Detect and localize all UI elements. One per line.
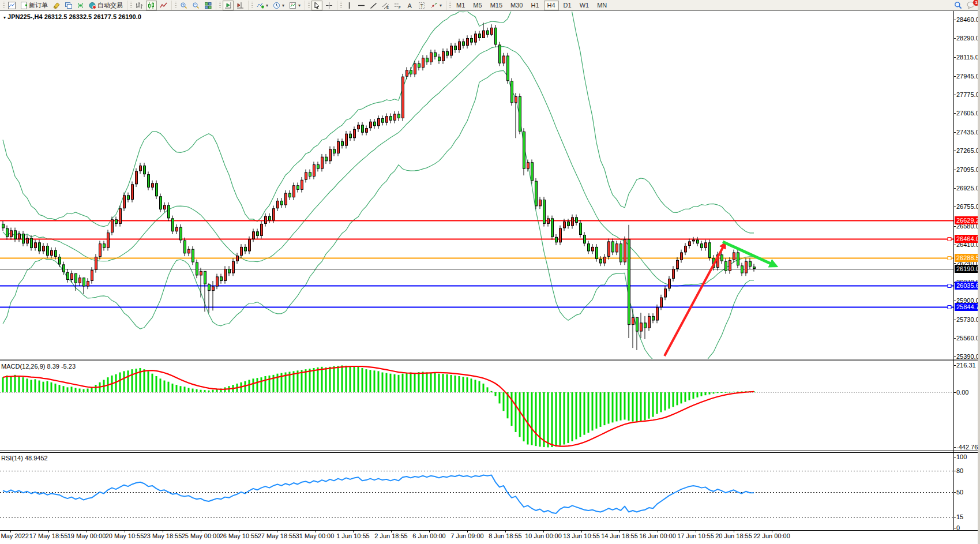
rsi-tick-80: 80 <box>956 467 963 474</box>
symbol-name: JPN225-,H4 <box>7 13 43 20</box>
macd-tick--442.76: -442.76 <box>956 444 978 451</box>
time-axis-label: 16 Jun 00:00 <box>639 532 676 539</box>
time-axis-label: 31 May 00:00 <box>296 532 335 539</box>
price-tick-28460.0: 28460.0 <box>956 16 979 23</box>
price-tick-27095.0: 27095.0 <box>956 166 979 173</box>
time-axis-label: 17 Jun 10:55 <box>677 532 714 539</box>
time-axis-label: 25 May 00:00 <box>182 532 220 539</box>
time-axis-label: 22 Jun 00:00 <box>753 532 790 539</box>
time-axis-label: 16 May 2022 <box>0 532 29 539</box>
rsi-tick-100: 100 <box>956 453 967 460</box>
time-axis-label: 20 May 10:55 <box>106 532 144 539</box>
rsi-tick-15: 15 <box>956 513 963 520</box>
trading-terminal-window: { "colors":{ "up_candle":"#e8332a","down… <box>0 0 980 544</box>
price-line-label-25844.7[interactable]: 25844.7 <box>955 303 980 311</box>
macd-histogram <box>2 365 755 447</box>
price-tick-26925.0: 26925.0 <box>956 185 979 192</box>
window-edge-strip <box>978 0 980 544</box>
time-axis-label: 20 Jun 18:55 <box>715 532 752 539</box>
candlesticks <box>2 22 756 350</box>
symbol-dropdown-icon[interactable]: ▾ <box>3 15 6 20</box>
macd-indicator-label: MACD(12,26,9) 8.39 -5.23 <box>1 363 76 370</box>
bollinger-bands <box>3 0 754 363</box>
rsi-line <box>3 475 754 513</box>
time-axis-label: 26 May 10:55 <box>220 532 258 539</box>
line-handle[interactable] <box>948 257 951 260</box>
price-tick-25390.0: 25390.0 <box>956 353 979 360</box>
macd-tick-216.31: 216.31 <box>956 362 976 369</box>
price-line-label-26629.2[interactable]: 26629.2 <box>955 216 980 224</box>
price-tick-27435.0: 27435.0 <box>956 129 979 136</box>
price-tick-25560.0: 25560.0 <box>956 335 979 342</box>
price-tick-28115.0: 28115.0 <box>956 54 979 61</box>
price-tick-27945.0: 27945.0 <box>956 73 979 80</box>
time-axis-label: 6 Jun 00:00 <box>412 532 446 539</box>
price-line-label-26464.0[interactable]: 26464.0 <box>955 235 980 243</box>
symbol-info-line[interactable]: ▾JPN225-,H4 26312.5 26332.5 26177.5 2619… <box>3 13 141 20</box>
rsi-tick-0: 0 <box>956 524 960 531</box>
line-handle[interactable] <box>948 284 951 288</box>
time-axis-label: 14 Jun 18:55 <box>601 532 638 539</box>
price-line-label-26190.0[interactable]: 26190.0 <box>955 265 980 273</box>
time-axis-label: 2 Jun 18:55 <box>374 532 408 539</box>
time-axis-label: 7 Jun 09:00 <box>450 532 484 539</box>
price-tick-26755.0: 26755.0 <box>956 203 979 210</box>
price-line-label-26288.5[interactable]: 26288.5 <box>955 254 980 262</box>
time-axis-label: 8 Jun 18:55 <box>489 532 522 539</box>
time-axis-label: 27 May 18:55 <box>258 532 296 539</box>
time-axis-label: 19 May 00:00 <box>67 532 106 539</box>
horizontal-level-lines[interactable] <box>0 221 953 309</box>
price-line-label-26035.6[interactable]: 26035.6 <box>955 282 980 290</box>
price-tick-25730.0: 25730.0 <box>956 316 979 323</box>
time-axis-label: 23 May 18:55 <box>144 532 182 539</box>
price-tick-27605.0: 27605.0 <box>956 110 979 117</box>
chart-canvas[interactable] <box>0 0 980 544</box>
macd-tick-0.00: 0.00 <box>956 389 968 396</box>
time-axis-label: 17 May 18:55 <box>29 532 68 539</box>
rsi-indicator-label: RSI(14) 48.9452 <box>1 455 48 462</box>
symbol-ohlc-values: 26312.5 26332.5 26177.5 26190.0 <box>44 13 141 20</box>
rsi-tick-50: 50 <box>956 489 963 496</box>
time-axis-label: 10 Jun 00:00 <box>525 532 562 539</box>
time-axis-label: 1 Jun 10:55 <box>336 532 370 539</box>
time-axis-label: 13 Jun 10:55 <box>563 532 600 539</box>
up-trend-arrow[interactable] <box>664 243 725 356</box>
line-handle[interactable] <box>948 238 951 241</box>
price-tick-27265.0: 27265.0 <box>956 147 979 154</box>
price-tick-28290.0: 28290.0 <box>956 35 979 42</box>
price-tick-27775.0: 27775.0 <box>956 91 979 98</box>
line-handle[interactable] <box>948 306 951 309</box>
